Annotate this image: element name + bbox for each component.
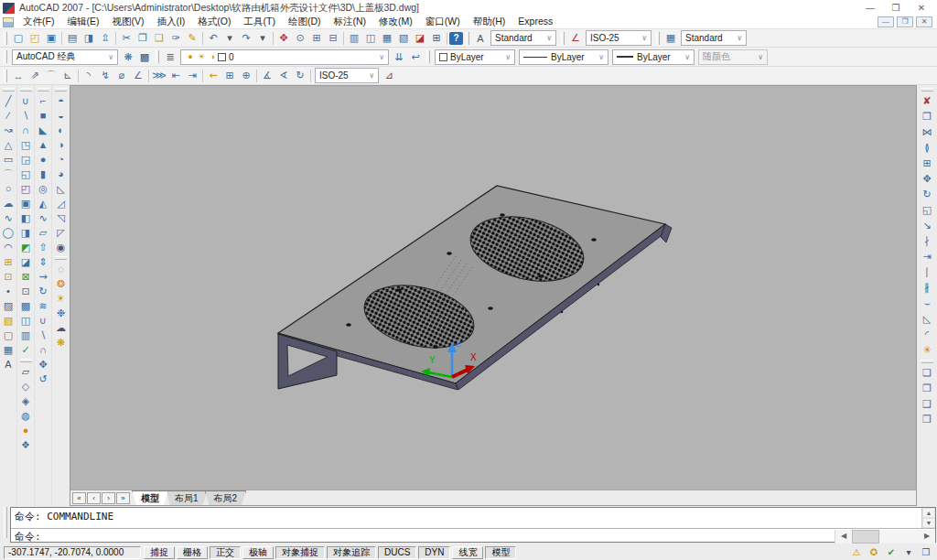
render-icon[interactable]: ❂ <box>53 276 70 291</box>
circle-icon[interactable]: ○ <box>0 181 16 196</box>
copy-edges-icon[interactable]: ◪ <box>17 254 34 269</box>
ordinate-dimension-icon[interactable]: ⊾ <box>59 68 76 83</box>
polyline-icon[interactable]: ↝ <box>0 123 16 137</box>
point-icon[interactable]: • <box>0 284 16 298</box>
otrack-toggle[interactable]: 对象追踪 <box>327 546 376 559</box>
grid-toggle[interactable]: 栅格 <box>177 546 208 559</box>
toolbar-grip[interactable] <box>156 50 159 63</box>
toolbar-grip[interactable] <box>20 359 32 362</box>
toolbar-grip[interactable] <box>561 32 565 45</box>
erase-icon[interactable]: ✘ <box>919 93 935 109</box>
table-icon[interactable]: ▦ <box>0 342 16 357</box>
copy-faces-icon[interactable]: ◨ <box>17 225 34 240</box>
designcenter-icon[interactable]: ◫ <box>362 30 379 46</box>
modeling-union-icon[interactable]: ∪ <box>35 313 51 328</box>
tool-palettes-icon[interactable]: ▦ <box>379 30 395 46</box>
torus-icon[interactable]: ◎ <box>35 181 51 196</box>
toolbar-grip[interactable] <box>4 32 7 45</box>
plot-icon[interactable]: ▤ <box>64 30 81 46</box>
loft-icon[interactable]: ≋ <box>35 298 51 313</box>
extrude-icon[interactable]: ⇧ <box>35 240 51 254</box>
spline-icon[interactable]: ∿ <box>0 210 16 225</box>
redo-dropdown-icon[interactable]: ▾ <box>254 30 271 46</box>
previous-tab-button[interactable]: ‹ <box>87 492 101 504</box>
mirror-icon[interactable]: ⋈ <box>919 124 935 140</box>
break-icon[interactable]: ∦ <box>919 280 935 296</box>
cut-icon[interactable]: ✂ <box>118 30 135 46</box>
tray-warning-icon[interactable]: ⚠ <box>849 546 864 559</box>
model-space-toggle[interactable]: 模型 <box>485 546 516 559</box>
jogged-dimension-icon[interactable]: ↯ <box>97 68 113 83</box>
minimize-button[interactable]: — <box>857 1 883 16</box>
command-history[interactable]: 命令: COMMANDLINE ▲ ▼ <box>11 508 935 528</box>
imprint-icon[interactable]: ⊡ <box>17 284 34 298</box>
table-style-combo[interactable]: Standard∨ <box>681 30 747 46</box>
command-window-grip[interactable] <box>4 507 7 538</box>
fillet-icon[interactable]: ◜ <box>919 327 935 342</box>
last-tab-button[interactable]: » <box>116 492 130 504</box>
left-view-icon[interactable]: ◐ <box>53 123 70 137</box>
advanced-render-settings-icon[interactable]: ❋ <box>53 335 70 350</box>
open-file-icon[interactable]: ◰ <box>27 30 43 46</box>
bottom-view-icon[interactable]: ◒ <box>53 108 70 123</box>
plot-preview-icon[interactable]: ◨ <box>81 30 97 46</box>
restore-button[interactable]: ❐ <box>883 1 909 16</box>
center-mark-icon[interactable]: ⊕ <box>238 68 254 83</box>
menu-view[interactable]: 视图(V) <box>105 16 150 28</box>
continue-dimension-icon[interactable]: ⇥ <box>184 68 200 83</box>
zoom-previous-icon[interactable]: ⊟ <box>325 30 341 46</box>
scrollbar-thumb[interactable] <box>852 530 879 544</box>
3d-rotate-icon[interactable]: ↺ <box>35 372 51 386</box>
menu-modify[interactable]: 修改(M) <box>372 16 419 28</box>
command-scrollbar[interactable]: ▲ ▼ <box>921 508 935 528</box>
scale-icon[interactable]: ◱ <box>919 202 935 218</box>
tab-layout2[interactable]: 布局2 <box>205 490 247 505</box>
tab-layout1[interactable]: 布局1 <box>166 490 208 505</box>
gradient-icon[interactable]: ▧ <box>0 313 16 328</box>
markup-set-manager-icon[interactable]: ◪ <box>412 30 428 46</box>
camera-icon[interactable]: ◉ <box>53 240 70 254</box>
command-prompt[interactable]: 命令: <box>11 528 45 545</box>
extrude-faces-icon[interactable]: ◳ <box>17 137 34 152</box>
menu-dimension[interactable]: 标注(N) <box>328 16 373 28</box>
toolbar-grip[interactable] <box>3 88 15 92</box>
standards-check-icon[interactable]: ✔ <box>884 546 899 559</box>
dim-style-toolbar-icon[interactable]: ∠ <box>567 30 584 46</box>
rotate-icon[interactable]: ↻ <box>919 187 935 202</box>
menu-help[interactable]: 帮助(H) <box>467 16 512 28</box>
copy-clip-icon[interactable]: ❐ <box>135 30 151 46</box>
layer-combo[interactable]: ●☀◑ 0 ∨ <box>180 49 389 65</box>
table-style-icon[interactable]: ▦ <box>662 30 679 46</box>
menu-file[interactable]: 文件(F) <box>16 16 60 28</box>
undo-dropdown-icon[interactable]: ▾ <box>221 30 238 46</box>
3d-move-icon[interactable]: ✥ <box>35 357 51 372</box>
clean-screen-icon[interactable]: ❒ <box>919 546 933 559</box>
se-isometric-icon[interactable]: ◿ <box>53 196 70 210</box>
tray-arrow-icon[interactable]: ▾ <box>901 546 916 559</box>
dimension-style-combo[interactable]: ISO-25∨ <box>315 68 379 83</box>
snap-toggle[interactable]: 捕捉 <box>144 546 175 559</box>
ellipse-icon[interactable]: ◯ <box>0 225 16 240</box>
polar-toggle[interactable]: 极轴 <box>242 546 274 559</box>
ortho-toggle[interactable]: 正交 <box>210 546 241 559</box>
first-tab-button[interactable]: « <box>72 492 86 504</box>
make-object-layer-current-icon[interactable]: ⇊ <box>391 49 407 65</box>
2d-wireframe-icon[interactable]: ▱ <box>17 364 34 379</box>
dimension-edit-icon[interactable]: ∡ <box>259 68 275 83</box>
wedge-icon[interactable]: ◣ <box>35 123 51 137</box>
arc-icon[interactable]: ⌒ <box>0 167 16 181</box>
doc-close-button[interactable]: ✕ <box>916 16 932 27</box>
menu-express[interactable]: Express <box>512 16 559 28</box>
ne-isometric-icon[interactable]: ◹ <box>53 210 70 225</box>
workspace-settings-icon[interactable]: ❋ <box>120 49 136 65</box>
pan-realtime-icon[interactable]: ✥ <box>275 30 292 46</box>
nw-isometric-icon[interactable]: ◸ <box>53 225 70 240</box>
save-workspace-icon[interactable]: ▩ <box>136 49 153 65</box>
layer-previous-icon[interactable]: ↩ <box>407 49 424 65</box>
dimension-update-icon[interactable]: ↻ <box>292 68 308 83</box>
sweep-icon[interactable]: ⇝ <box>35 269 51 284</box>
new-file-icon[interactable]: ▢ <box>10 30 27 46</box>
doc-restore-button[interactable]: ❐ <box>897 16 913 27</box>
dimension-text-edit-icon[interactable]: ∢ <box>275 68 292 83</box>
scroll-left-icon[interactable]: ◀ <box>835 530 852 544</box>
